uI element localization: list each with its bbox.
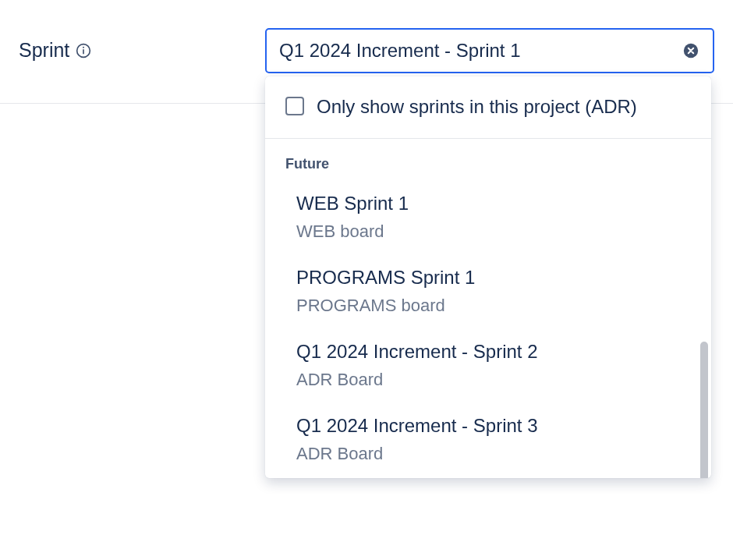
sprint-option[interactable]: Q1 2024 Increment - Sprint 2 ADR Board <box>265 330 711 404</box>
sprint-label: Sprint <box>19 39 69 62</box>
svg-point-2 <box>83 46 84 48</box>
project-filter-checkbox[interactable] <box>285 97 304 115</box>
sprint-option-title: PROGRAMS Sprint 1 <box>296 265 691 290</box>
dropdown-filter-row[interactable]: Only show sprints in this project (ADR) <box>265 76 711 139</box>
sprint-label-wrap: Sprint <box>19 28 97 62</box>
sprint-input-wrap[interactable] <box>265 28 714 73</box>
sprint-option[interactable]: WEB Sprint 1 WEB board <box>265 182 711 256</box>
clear-icon[interactable] <box>682 41 700 60</box>
sprint-option[interactable]: Q1 2024 Increment - Sprint 3 ADR Board <box>265 404 711 478</box>
sprint-option[interactable]: PROGRAMS Sprint 1 PROGRAMS board <box>265 256 711 330</box>
project-filter-label: Only show sprints in this project (ADR) <box>317 94 637 121</box>
sprint-input[interactable] <box>279 40 682 62</box>
info-icon[interactable] <box>76 43 91 58</box>
sprint-dropdown: Only show sprints in this project (ADR) … <box>265 76 711 478</box>
sprint-option-subtitle: ADR Board <box>296 369 691 392</box>
sprint-option-subtitle: ADR Board <box>296 443 691 466</box>
dropdown-list: Future WEB Sprint 1 WEB board PROGRAMS S… <box>265 139 711 478</box>
sprint-option-title: Q1 2024 Increment - Sprint 2 <box>296 339 691 364</box>
sprint-option-subtitle: PROGRAMS board <box>296 295 691 317</box>
scrollbar[interactable] <box>700 342 708 478</box>
sprint-option-title: WEB Sprint 1 <box>296 191 691 216</box>
sprint-field-row: Sprint <box>0 0 733 73</box>
sprint-option-subtitle: WEB board <box>296 221 691 243</box>
sprint-option-title: Q1 2024 Increment - Sprint 3 <box>296 413 691 438</box>
sprint-input-area <box>265 28 714 73</box>
dropdown-section-header: Future <box>265 139 711 182</box>
